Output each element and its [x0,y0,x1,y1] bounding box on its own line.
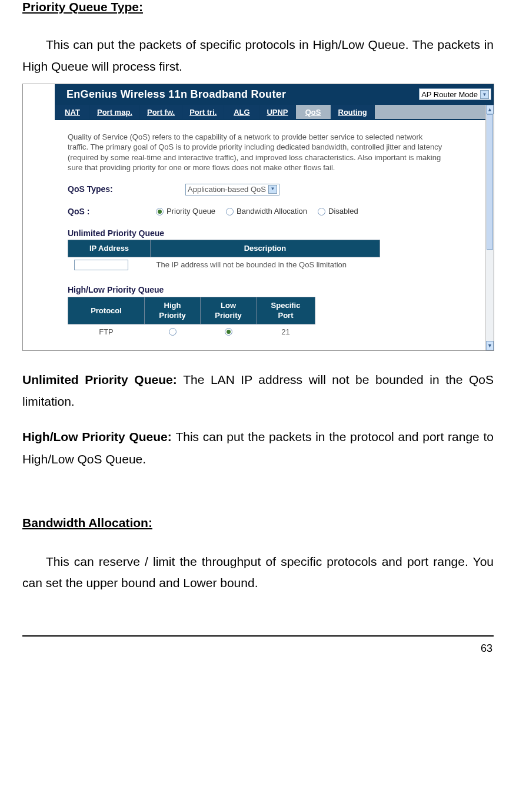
tab-alg[interactable]: ALG [224,105,259,119]
radio-low-priority[interactable] [225,328,232,336]
upq-header-desc: Description [151,240,380,257]
hlpq-header-high: High Priority [145,297,201,324]
radio-label: Bandwidth Allocation [237,206,307,217]
radio-icon [318,208,325,216]
radio-label: Priority Queue [167,206,215,217]
qos-intro-text: Quality of Service (QoS) refers to the c… [68,132,444,173]
tab-bar: NAT Port map. Port fw. Port tri. ALG UPN… [55,105,494,120]
hlpq-port-cell: 21 [257,324,315,340]
qos-types-value: Application-based QoS [188,184,266,195]
radio-icon [156,208,164,216]
radio-high-priority[interactable] [169,328,177,336]
router-title: EnGenius Wireless 11n Broadband Router [55,88,419,101]
upq-heading: Unlimited Priority Queue [68,228,481,239]
tab-porttri[interactable]: Port tri. [182,105,224,119]
scroll-up-icon[interactable]: ▲ [486,105,494,114]
upq-desc-cell: The IP address will not be bounded in th… [151,257,380,273]
scrollbar[interactable]: ▲ ▼ [485,105,494,350]
tab-portmap[interactable]: Port map. [90,105,140,119]
sidebar-strip [23,105,55,350]
qos-radio-group: Priority Queue Bandwidth Allocation Disa… [156,206,358,217]
radio-bandwidth-allocation[interactable]: Bandwidth Allocation [226,206,307,217]
ip-address-input[interactable] [74,260,128,270]
tab-qos[interactable]: QoS [296,105,331,119]
table-row: The IP address will not be bounded in th… [68,257,380,273]
qos-label: QoS : [68,206,121,217]
hlpq-header-low: Low Priority [201,297,257,324]
page-number: 63 [22,642,494,655]
router-screenshot: EnGenius Wireless 11n Broadband Router A… [22,84,494,351]
tab-portfw[interactable]: Port fw. [140,105,182,119]
upq-table: IP Address Description The IP address wi… [68,240,380,273]
scroll-thumb[interactable] [487,114,493,250]
hlpq-header-protocol: Protocol [68,297,145,324]
paragraph-intro-2: This can reserve / limit the throughput … [22,551,494,595]
hlpq-header-port: Specific Port [257,297,315,324]
chevron-down-icon: ▼ [268,185,277,194]
radio-label: Disabled [328,206,358,217]
hlpq-heading: High/Low Priority Queue [68,284,481,296]
mode-select[interactable]: AP Router Mode ▼ [419,88,491,100]
chevron-down-icon: ▼ [480,90,489,99]
tab-routing[interactable]: Routing [331,105,375,119]
radio-priority-queue[interactable]: Priority Queue [156,206,215,217]
hlpq-table: Protocol High Priority Low Priority Spec… [68,297,315,340]
page-footer: 63 [22,635,494,655]
mode-select-value: AP Router Mode [421,90,478,99]
tab-upnp[interactable]: UPNP [259,105,295,119]
section-title-priority-queue: Priority Queue Type: [22,0,494,14]
radio-icon [226,208,234,216]
router-header: EnGenius Wireless 11n Broadband Router A… [23,84,494,105]
hlpq-protocol-cell: FTP [68,324,145,340]
upq-header-ip: IP Address [68,240,151,257]
logo-placeholder [23,84,55,105]
qos-types-dropdown[interactable]: Application-based QoS ▼ [185,184,279,195]
qos-panel: Quality of Service (QoS) refers to the c… [55,120,494,350]
qos-types-label: QoS Types: [68,184,150,195]
radio-disabled[interactable]: Disabled [318,206,358,217]
scroll-down-icon[interactable]: ▼ [486,341,494,350]
scroll-track[interactable] [486,114,494,341]
tab-nat[interactable]: NAT [55,105,90,119]
paragraph-intro-1: This can put the packets of specific pro… [22,34,494,78]
def-hlpq: High/Low Priority Queue: This can put th… [22,426,494,470]
def-upq: Unlimited Priority Queue: The LAN IP add… [22,369,494,413]
table-row: FTP 21 [68,324,315,340]
section-title-bandwidth: Bandwidth Allocation: [22,516,494,530]
